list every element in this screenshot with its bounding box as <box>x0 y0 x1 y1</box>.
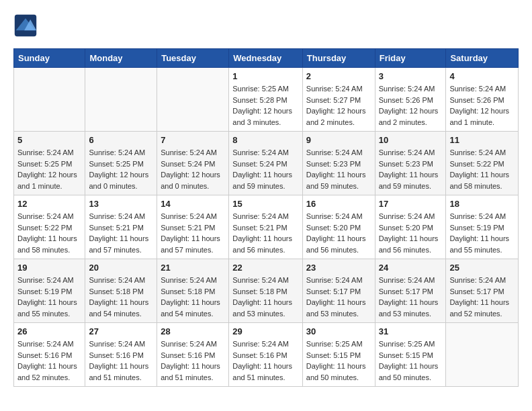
day-number: 12 <box>17 199 81 209</box>
day-info: Sunrise: 5:24 AM Sunset: 5:21 PM Dayligh… <box>89 211 153 255</box>
weekday-header-friday: Friday <box>375 49 446 68</box>
day-number: 18 <box>449 199 515 209</box>
calendar-cell: 20Sunrise: 5:24 AM Sunset: 5:18 PM Dayli… <box>85 259 157 323</box>
weekday-header-sunday: Sunday <box>14 49 85 68</box>
day-info: Sunrise: 5:24 AM Sunset: 5:18 PM Dayligh… <box>232 275 299 319</box>
calendar-cell: 31Sunrise: 5:25 AM Sunset: 5:15 PM Dayli… <box>375 323 446 387</box>
weekday-header-wednesday: Wednesday <box>229 49 303 68</box>
calendar-cell: 18Sunrise: 5:24 AM Sunset: 5:19 PM Dayli… <box>446 195 519 259</box>
day-number: 1 <box>232 71 299 81</box>
logo-icon <box>13 13 38 38</box>
day-number: 17 <box>379 199 443 209</box>
calendar-cell: 5Sunrise: 5:24 AM Sunset: 5:25 PM Daylig… <box>14 132 85 195</box>
week-row-5: 26Sunrise: 5:24 AM Sunset: 5:16 PM Dayli… <box>14 323 519 387</box>
day-number: 13 <box>89 199 153 209</box>
calendar-cell: 10Sunrise: 5:24 AM Sunset: 5:23 PM Dayli… <box>375 132 446 195</box>
day-number: 5 <box>17 135 81 145</box>
day-info: Sunrise: 5:24 AM Sunset: 5:18 PM Dayligh… <box>89 275 153 319</box>
day-number: 22 <box>232 263 299 273</box>
calendar-cell: 3Sunrise: 5:24 AM Sunset: 5:26 PM Daylig… <box>375 68 446 132</box>
day-info: Sunrise: 5:24 AM Sunset: 5:27 PM Dayligh… <box>306 83 371 128</box>
page-header <box>13 13 519 38</box>
day-info: Sunrise: 5:24 AM Sunset: 5:22 PM Dayligh… <box>449 147 515 191</box>
day-number: 4 <box>449 71 515 81</box>
day-number: 23 <box>306 263 371 273</box>
day-info: Sunrise: 5:25 AM Sunset: 5:15 PM Dayligh… <box>306 338 371 383</box>
day-info: Sunrise: 5:24 AM Sunset: 5:19 PM Dayligh… <box>449 211 515 255</box>
calendar-cell: 12Sunrise: 5:24 AM Sunset: 5:22 PM Dayli… <box>14 195 85 259</box>
calendar-cell: 22Sunrise: 5:24 AM Sunset: 5:18 PM Dayli… <box>229 259 303 323</box>
day-number: 25 <box>449 263 515 273</box>
logo <box>13 13 40 38</box>
calendar-cell: 28Sunrise: 5:24 AM Sunset: 5:16 PM Dayli… <box>157 323 229 387</box>
day-info: Sunrise: 5:24 AM Sunset: 5:21 PM Dayligh… <box>161 211 225 255</box>
week-row-3: 12Sunrise: 5:24 AM Sunset: 5:22 PM Dayli… <box>14 195 519 259</box>
day-info: Sunrise: 5:24 AM Sunset: 5:24 PM Dayligh… <box>232 147 299 191</box>
day-number: 3 <box>379 71 443 81</box>
day-info: Sunrise: 5:24 AM Sunset: 5:17 PM Dayligh… <box>449 275 515 319</box>
day-info: Sunrise: 5:25 AM Sunset: 5:15 PM Dayligh… <box>379 338 443 383</box>
calendar-cell: 4Sunrise: 5:24 AM Sunset: 5:26 PM Daylig… <box>446 68 519 132</box>
calendar-cell: 9Sunrise: 5:24 AM Sunset: 5:23 PM Daylig… <box>302 132 375 195</box>
calendar-cell: 16Sunrise: 5:24 AM Sunset: 5:20 PM Dayli… <box>302 195 375 259</box>
day-number: 21 <box>161 263 225 273</box>
day-info: Sunrise: 5:24 AM Sunset: 5:20 PM Dayligh… <box>379 211 443 255</box>
calendar-cell: 26Sunrise: 5:24 AM Sunset: 5:16 PM Dayli… <box>14 323 85 387</box>
day-number: 26 <box>17 326 81 336</box>
calendar-cell: 15Sunrise: 5:24 AM Sunset: 5:21 PM Dayli… <box>229 195 303 259</box>
weekday-header-thursday: Thursday <box>302 49 375 68</box>
day-number: 29 <box>232 326 299 336</box>
day-number: 24 <box>379 263 443 273</box>
calendar-cell: 6Sunrise: 5:24 AM Sunset: 5:25 PM Daylig… <box>85 132 157 195</box>
calendar-cell: 25Sunrise: 5:24 AM Sunset: 5:17 PM Dayli… <box>446 259 519 323</box>
day-info: Sunrise: 5:24 AM Sunset: 5:16 PM Dayligh… <box>17 338 81 383</box>
day-number: 27 <box>89 326 153 336</box>
day-number: 30 <box>306 326 371 336</box>
day-info: Sunrise: 5:24 AM Sunset: 5:18 PM Dayligh… <box>161 275 225 319</box>
calendar-cell <box>157 68 229 132</box>
day-info: Sunrise: 5:24 AM Sunset: 5:21 PM Dayligh… <box>232 211 299 255</box>
calendar-cell: 8Sunrise: 5:24 AM Sunset: 5:24 PM Daylig… <box>229 132 303 195</box>
day-number: 7 <box>161 135 225 145</box>
calendar-cell: 23Sunrise: 5:24 AM Sunset: 5:17 PM Dayli… <box>302 259 375 323</box>
day-number: 19 <box>17 263 81 273</box>
day-number: 20 <box>89 263 153 273</box>
day-number: 31 <box>379 326 443 336</box>
calendar-table: SundayMondayTuesdayWednesdayThursdayFrid… <box>13 48 519 387</box>
day-number: 16 <box>306 199 371 209</box>
calendar-cell <box>446 323 519 387</box>
calendar-cell: 21Sunrise: 5:24 AM Sunset: 5:18 PM Dayli… <box>157 259 229 323</box>
weekday-header-tuesday: Tuesday <box>157 49 229 68</box>
day-info: Sunrise: 5:25 AM Sunset: 5:28 PM Dayligh… <box>232 83 299 128</box>
day-number: 11 <box>449 135 515 145</box>
calendar-cell: 13Sunrise: 5:24 AM Sunset: 5:21 PM Dayli… <box>85 195 157 259</box>
day-info: Sunrise: 5:24 AM Sunset: 5:25 PM Dayligh… <box>89 147 153 191</box>
calendar-cell: 14Sunrise: 5:24 AM Sunset: 5:21 PM Dayli… <box>157 195 229 259</box>
calendar-cell: 2Sunrise: 5:24 AM Sunset: 5:27 PM Daylig… <box>302 68 375 132</box>
day-number: 15 <box>232 199 299 209</box>
day-info: Sunrise: 5:24 AM Sunset: 5:17 PM Dayligh… <box>379 275 443 319</box>
day-number: 9 <box>306 135 371 145</box>
day-info: Sunrise: 5:24 AM Sunset: 5:16 PM Dayligh… <box>232 338 299 383</box>
calendar-cell: 1Sunrise: 5:25 AM Sunset: 5:28 PM Daylig… <box>229 68 303 132</box>
day-info: Sunrise: 5:24 AM Sunset: 5:16 PM Dayligh… <box>161 338 225 383</box>
calendar-cell: 17Sunrise: 5:24 AM Sunset: 5:20 PM Dayli… <box>375 195 446 259</box>
day-info: Sunrise: 5:24 AM Sunset: 5:16 PM Dayligh… <box>89 338 153 383</box>
week-row-4: 19Sunrise: 5:24 AM Sunset: 5:19 PM Dayli… <box>14 259 519 323</box>
day-info: Sunrise: 5:24 AM Sunset: 5:20 PM Dayligh… <box>306 211 371 255</box>
weekday-header-saturday: Saturday <box>446 49 519 68</box>
day-info: Sunrise: 5:24 AM Sunset: 5:24 PM Dayligh… <box>161 147 225 191</box>
day-number: 28 <box>161 326 225 336</box>
calendar-cell: 7Sunrise: 5:24 AM Sunset: 5:24 PM Daylig… <box>157 132 229 195</box>
day-number: 10 <box>379 135 443 145</box>
day-info: Sunrise: 5:24 AM Sunset: 5:26 PM Dayligh… <box>449 83 515 128</box>
calendar-cell: 24Sunrise: 5:24 AM Sunset: 5:17 PM Dayli… <box>375 259 446 323</box>
week-row-2: 5Sunrise: 5:24 AM Sunset: 5:25 PM Daylig… <box>14 132 519 195</box>
day-info: Sunrise: 5:24 AM Sunset: 5:17 PM Dayligh… <box>306 275 371 319</box>
calendar-cell: 11Sunrise: 5:24 AM Sunset: 5:22 PM Dayli… <box>446 132 519 195</box>
week-row-1: 1Sunrise: 5:25 AM Sunset: 5:28 PM Daylig… <box>14 68 519 132</box>
day-number: 6 <box>89 135 153 145</box>
calendar-cell <box>85 68 157 132</box>
day-number: 2 <box>306 71 371 81</box>
calendar-cell: 29Sunrise: 5:24 AM Sunset: 5:16 PM Dayli… <box>229 323 303 387</box>
